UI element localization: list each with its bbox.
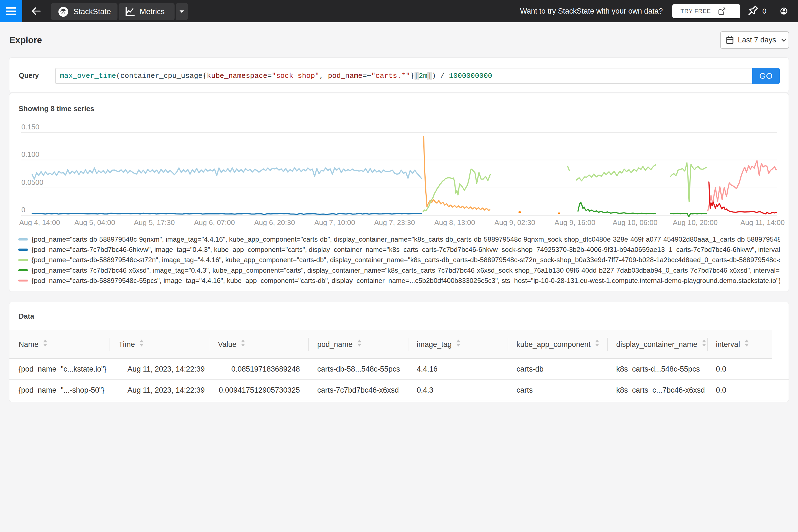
svg-text:Aug 4, 14:00: Aug 4, 14:00 [19, 218, 60, 227]
svg-text:Aug 5, 17:30: Aug 5, 17:30 [134, 218, 174, 227]
svg-text:Aug 7, 10:00: Aug 7, 10:00 [314, 218, 355, 227]
svg-text:Aug 8, 13:00: Aug 8, 13:00 [434, 218, 475, 227]
svg-text:Aug 6, 20:30: Aug 6, 20:30 [254, 218, 295, 227]
svg-text:Aug 6, 07:00: Aug 6, 07:00 [194, 218, 235, 227]
svg-text:Aug 10, 20:00: Aug 10, 20:00 [673, 218, 718, 227]
svg-text:Aug 10, 06:00: Aug 10, 06:00 [613, 218, 658, 227]
svg-text:Aug 9, 16:00: Aug 9, 16:00 [554, 218, 595, 227]
svg-text:Aug 9, 02:30: Aug 9, 02:30 [494, 218, 535, 227]
svg-text:Aug 5, 04:00: Aug 5, 04:00 [74, 218, 115, 227]
svg-text:Aug 11, 14:00: Aug 11, 14:00 [740, 218, 785, 227]
svg-text:0.100: 0.100 [21, 150, 39, 158]
svg-text:0: 0 [21, 206, 25, 214]
svg-text:0.150: 0.150 [21, 123, 39, 131]
svg-text:Aug 7, 23:30: Aug 7, 23:30 [374, 218, 415, 227]
svg-text:0.0500: 0.0500 [21, 178, 43, 187]
